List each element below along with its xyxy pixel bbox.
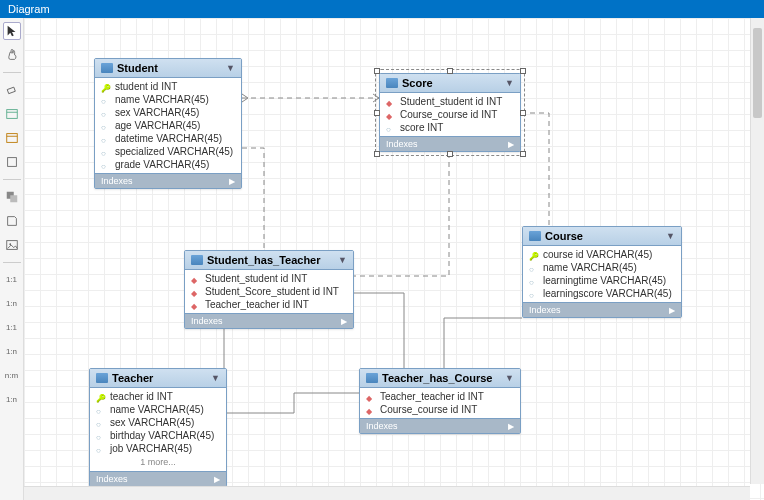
entity-score[interactable]: Score ▼ Student_student id INT Course_co… <box>379 73 521 152</box>
entity-footer[interactable]: Indexes▶ <box>380 136 520 151</box>
entity-footer[interactable]: Indexes▶ <box>523 302 681 317</box>
column-row[interactable]: Course_course id INT <box>380 108 520 121</box>
selection-handle[interactable] <box>520 151 526 157</box>
vertical-scrollbar[interactable] <box>750 18 764 484</box>
chevron-right-icon: ▶ <box>669 306 675 315</box>
tool-note[interactable] <box>3 212 21 230</box>
tool-rel-1n-nm[interactable]: 1:n <box>3 391 21 409</box>
selection-handle[interactable] <box>374 68 380 74</box>
chevron-down-icon: ▼ <box>226 63 235 73</box>
fk-icon <box>366 392 376 402</box>
column-row[interactable]: birthday VARCHAR(45) <box>90 429 226 442</box>
selection-handle[interactable] <box>520 110 526 116</box>
tool-rel-11[interactable]: 1:1 <box>3 271 21 289</box>
fk-icon <box>191 274 201 284</box>
column-icon <box>529 263 539 273</box>
tool-table[interactable] <box>3 105 21 123</box>
tool-rel-11-id[interactable]: 1:1 <box>3 319 21 337</box>
column-row[interactable]: name VARCHAR(45) <box>523 261 681 274</box>
selection-handle[interactable] <box>520 68 526 74</box>
column-icon <box>96 418 106 428</box>
column-row[interactable]: datetime VARCHAR(45) <box>95 132 241 145</box>
tool-hand[interactable] <box>3 46 21 64</box>
column-row[interactable]: job VARCHAR(45) <box>90 442 226 455</box>
tool-layer[interactable] <box>3 188 21 206</box>
entity-header[interactable]: Course ▼ <box>523 227 681 246</box>
column-row[interactable]: name VARCHAR(45) <box>95 93 241 106</box>
column-icon <box>101 160 111 170</box>
column-row[interactable]: grade VARCHAR(45) <box>95 158 241 171</box>
chevron-down-icon: ▼ <box>211 373 220 383</box>
table-icon <box>386 78 398 88</box>
entity-body: student id INT name VARCHAR(45) sex VARC… <box>95 78 241 173</box>
tool-routine[interactable] <box>3 153 21 171</box>
entity-body: Student_student id INT Student_Score_stu… <box>185 270 353 313</box>
column-row[interactable]: Student_Score_student id INT <box>185 285 353 298</box>
svg-rect-3 <box>6 134 17 143</box>
column-row[interactable]: Student_student id INT <box>380 95 520 108</box>
svg-rect-0 <box>7 87 15 94</box>
tool-eraser[interactable] <box>3 81 21 99</box>
column-row[interactable]: sex VARCHAR(45) <box>95 106 241 119</box>
table-icon <box>101 63 113 73</box>
entity-header[interactable]: Teacher ▼ <box>90 369 226 388</box>
entity-footer[interactable]: Indexes▶ <box>360 418 520 433</box>
column-row[interactable]: score INT <box>380 121 520 134</box>
column-row[interactable]: teacher id INT <box>90 390 226 403</box>
column-row[interactable]: learningscore VARCHAR(45) <box>523 287 681 300</box>
column-row[interactable]: course id VARCHAR(45) <box>523 248 681 261</box>
column-row[interactable]: student id INT <box>95 80 241 93</box>
tool-rel-nm[interactable]: n:m <box>3 367 21 385</box>
scrollbar-thumb[interactable] <box>753 28 762 118</box>
chevron-down-icon: ▼ <box>666 231 675 241</box>
column-row[interactable]: learningtime VARCHAR(45) <box>523 274 681 287</box>
entity-footer[interactable]: Indexes▶ <box>95 173 241 188</box>
entity-student[interactable]: Student ▼ student id INT name VARCHAR(45… <box>94 58 242 189</box>
tool-image[interactable] <box>3 236 21 254</box>
left-toolbar: 1:1 1:n 1:1 1:n n:m 1:n <box>0 18 24 500</box>
svg-rect-1 <box>6 110 17 119</box>
entity-student-has-teacher[interactable]: Student_has_Teacher ▼ Student_student id… <box>184 250 354 329</box>
canvas-wrap: Student ▼ student id INT name VARCHAR(45… <box>24 18 764 500</box>
entity-body: course id VARCHAR(45) name VARCHAR(45) l… <box>523 246 681 302</box>
tool-rel-1n[interactable]: 1:n <box>3 295 21 313</box>
tool-view[interactable] <box>3 129 21 147</box>
selection-handle[interactable] <box>447 151 453 157</box>
entity-course[interactable]: Course ▼ course id VARCHAR(45) name VARC… <box>522 226 682 318</box>
more-indicator[interactable]: 1 more... <box>90 455 226 469</box>
selection-handle[interactable] <box>374 110 380 116</box>
column-icon <box>101 134 111 144</box>
chevron-down-icon: ▼ <box>505 373 514 383</box>
column-row[interactable]: Course_course id INT <box>360 403 520 416</box>
column-row[interactable]: Student_student id INT <box>185 272 353 285</box>
entity-footer[interactable]: Indexes▶ <box>185 313 353 328</box>
entity-header[interactable]: Score ▼ <box>380 74 520 93</box>
column-icon <box>101 108 111 118</box>
entity-teacher-has-course[interactable]: Teacher_has_Course ▼ Teacher_teacher id … <box>359 368 521 434</box>
entity-header[interactable]: Student_has_Teacher ▼ <box>185 251 353 270</box>
entity-teacher[interactable]: Teacher ▼ teacher id INT name VARCHAR(45… <box>89 368 227 487</box>
entity-body: teacher id INT name VARCHAR(45) sex VARC… <box>90 388 226 471</box>
entity-title: Student <box>117 62 158 74</box>
tool-rel-1n-id[interactable]: 1:n <box>3 343 21 361</box>
chevron-right-icon: ▶ <box>508 140 514 149</box>
entity-header[interactable]: Student ▼ <box>95 59 241 78</box>
diagram-canvas[interactable]: Student ▼ student id INT name VARCHAR(45… <box>24 18 764 500</box>
selection-handle[interactable] <box>374 151 380 157</box>
entity-footer[interactable]: Indexes▶ <box>90 471 226 486</box>
column-row[interactable]: Teacher_teacher id INT <box>185 298 353 311</box>
column-row[interactable]: name VARCHAR(45) <box>90 403 226 416</box>
tool-pointer[interactable] <box>3 22 21 40</box>
column-icon <box>101 95 111 105</box>
column-icon <box>96 431 106 441</box>
horizontal-scrollbar[interactable] <box>24 486 750 500</box>
column-row[interactable]: age VARCHAR(45) <box>95 119 241 132</box>
column-row[interactable]: sex VARCHAR(45) <box>90 416 226 429</box>
pk-icon <box>529 250 539 260</box>
column-row[interactable]: Teacher_teacher id INT <box>360 390 520 403</box>
column-icon <box>101 147 111 157</box>
column-row[interactable]: specialized VARCHAR(45) <box>95 145 241 158</box>
selection-handle[interactable] <box>447 68 453 74</box>
entity-header[interactable]: Teacher_has_Course ▼ <box>360 369 520 388</box>
window-titlebar: Diagram <box>0 0 764 18</box>
